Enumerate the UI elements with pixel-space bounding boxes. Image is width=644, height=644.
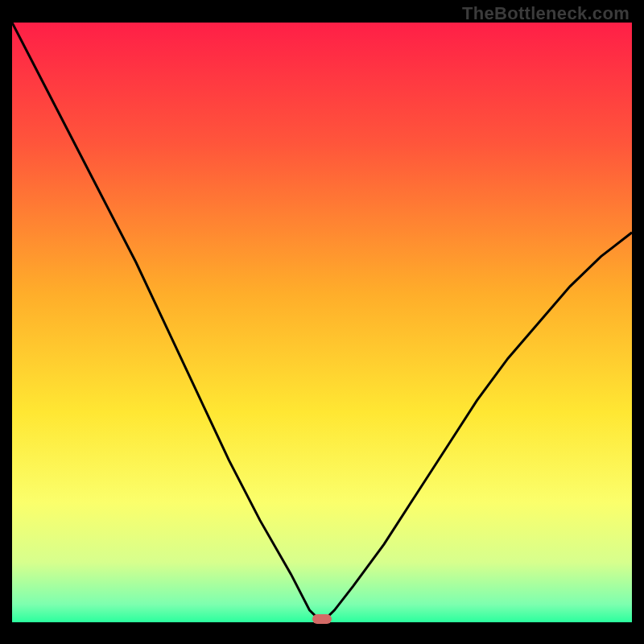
- watermark-text: TheBottleneck.com: [462, 3, 630, 24]
- plot-area: [12, 23, 632, 622]
- bottleneck-plot: [12, 23, 632, 622]
- chart-frame: TheBottleneck.com: [0, 0, 644, 644]
